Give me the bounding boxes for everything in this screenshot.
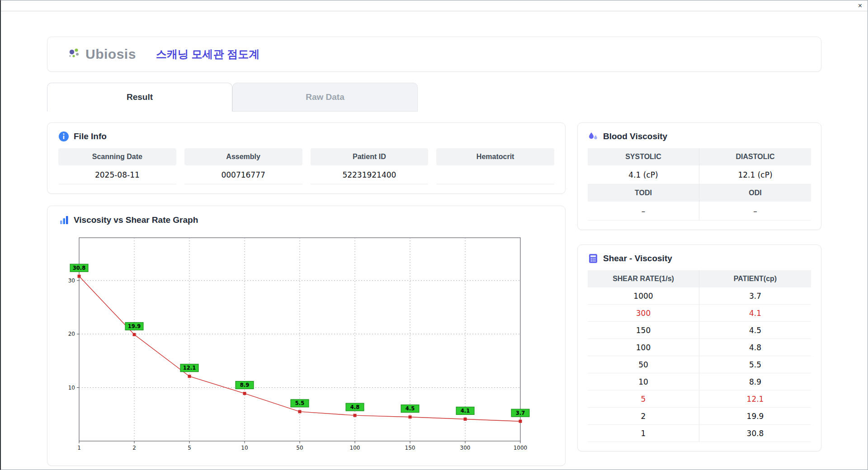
todi-value: – — [588, 202, 699, 221]
shear-viscosity-table: SHEAR RATE(1/s) PATIENT(cp) 10003.7 3004… — [588, 270, 811, 442]
svg-text:30: 30 — [68, 277, 75, 284]
calculator-icon — [588, 253, 599, 264]
field-patient-id: Patient ID 52231921400 — [311, 148, 429, 184]
svg-text:150: 150 — [405, 445, 415, 451]
shear-row: 108.9 — [588, 373, 811, 390]
shear-row: 219.9 — [588, 408, 811, 425]
titlebar: × — [1, 0, 868, 11]
shear-cell: 300 — [588, 305, 699, 321]
tab-result[interactable]: Result — [47, 83, 232, 112]
shear-cell: 150 — [588, 322, 699, 338]
svg-text:10: 10 — [241, 445, 248, 451]
svg-text:100: 100 — [350, 445, 360, 451]
svg-text:3.7: 3.7 — [516, 410, 525, 416]
svg-text:4.5: 4.5 — [406, 405, 415, 412]
field-label: Assembly — [184, 148, 302, 165]
shear-viscosity-card: Shear - Viscosity SHEAR RATE(1/s) PATIEN… — [577, 244, 821, 451]
header-card: Ubiosis 스캐닝 모세관 점도계 — [47, 37, 821, 72]
shear-row: 130.8 — [588, 425, 811, 442]
table-header-row: SHEAR RATE(1/s) PATIENT(cp) — [588, 270, 811, 287]
graph-title: Viscosity vs Shear Rate Graph — [74, 215, 198, 225]
patient-cell: 30.8 — [699, 425, 811, 442]
patient-cell: 4.1 — [699, 305, 811, 321]
svg-text:12.1: 12.1 — [183, 365, 196, 371]
patient-cell: 12.1 — [699, 390, 811, 407]
shear-row: 3004.1 — [588, 305, 811, 322]
patient-cell: 4.5 — [699, 322, 811, 338]
systolic-header: SYSTOLIC — [588, 148, 699, 165]
close-icon[interactable]: × — [858, 2, 862, 9]
svg-text:10: 10 — [68, 385, 75, 391]
shear-row: 1504.5 — [588, 322, 811, 339]
blood-viscosity-title: Blood Viscosity — [603, 132, 667, 141]
blood-viscosity-card: Blood Viscosity SYSTOLIC DIASTOLIC 4.1 (… — [577, 122, 821, 230]
ubiosis-logo: Ubiosis — [67, 47, 136, 62]
svg-text:1: 1 — [77, 445, 81, 451]
svg-text:300: 300 — [460, 445, 471, 451]
shear-row: 505.5 — [588, 356, 811, 373]
col-header-shear-rate: SHEAR RATE(1/s) — [588, 270, 699, 287]
field-hematocrit: Hematocrit — [436, 148, 554, 184]
svg-text:5.5: 5.5 — [295, 400, 304, 406]
todi-header: TODI — [588, 184, 699, 202]
shear-cell: 1000 — [588, 287, 699, 304]
diastolic-header: DIASTOLIC — [699, 148, 811, 165]
diastolic-value: 12.1 (cP) — [699, 165, 811, 184]
patient-cell: 5.5 — [699, 356, 811, 373]
page-title: 스캐닝 모세관 점도계 — [156, 47, 259, 61]
shear-row: 10003.7 — [588, 287, 811, 305]
odi-header: ODI — [699, 184, 811, 202]
field-value: 000716777 — [184, 165, 302, 184]
ubiosis-logo-icon — [67, 47, 83, 62]
shear-row: 512.1 — [588, 390, 811, 408]
patient-cell: 8.9 — [699, 373, 811, 390]
svg-text:8.9: 8.9 — [240, 382, 249, 388]
field-assembly: Assembly 000716777 — [184, 148, 302, 184]
shear-row: 1004.8 — [588, 339, 811, 356]
svg-text:4.8: 4.8 — [350, 404, 359, 410]
main-content: Ubiosis 스캐닝 모세관 점도계 Result Raw Data — [1, 11, 868, 466]
svg-text:2: 2 — [132, 445, 136, 451]
shear-cell: 5 — [588, 390, 699, 407]
app-window: × Ubiosis 스캐닝 모세관 점도계 Result Raw Data — [0, 0, 868, 470]
svg-text:50: 50 — [296, 445, 303, 451]
field-label: Hematocrit — [436, 148, 554, 165]
shear-viscosity-title: Shear - Viscosity — [603, 254, 672, 263]
shear-cell: 10 — [588, 373, 699, 390]
svg-text:30.8: 30.8 — [73, 265, 85, 271]
file-info-title: File Info — [74, 132, 107, 141]
field-label: Patient ID — [311, 148, 429, 165]
file-info-card: File Info Scanning Date 2025-08-11 Assem… — [47, 122, 566, 194]
patient-cell: 19.9 — [699, 408, 811, 424]
svg-text:4.1: 4.1 — [461, 408, 470, 414]
blood-viscosity-table: SYSTOLIC DIASTOLIC 4.1 (cP) 12.1 (cP) TO… — [588, 148, 811, 221]
svg-text:5: 5 — [188, 445, 191, 451]
logo-text: Ubiosis — [85, 47, 136, 62]
droplet-icon — [588, 131, 599, 142]
patient-cell: 3.7 — [699, 287, 811, 304]
field-value: 52231921400 — [311, 165, 429, 184]
viscosity-chart: 1020301251050100150300100030.819.912.18.… — [59, 231, 534, 457]
shear-cell: 1 — [588, 425, 699, 442]
field-value: 2025-08-11 — [58, 165, 176, 184]
graph-card: Viscosity vs Shear Rate Graph 1020301251… — [47, 206, 566, 466]
info-icon — [58, 131, 69, 142]
odi-value: – — [699, 202, 811, 221]
tab-raw-data[interactable]: Raw Data — [232, 83, 418, 112]
shear-cell: 2 — [588, 408, 699, 424]
field-label: Scanning Date — [58, 148, 176, 165]
bar-chart-icon — [59, 215, 69, 225]
systolic-value: 4.1 (cP) — [588, 165, 699, 184]
field-value — [436, 165, 554, 184]
svg-text:20: 20 — [68, 331, 75, 337]
svg-text:19.9: 19.9 — [128, 323, 141, 329]
tab-bar: Result Raw Data — [47, 83, 821, 112]
patient-cell: 4.8 — [699, 339, 811, 356]
svg-text:1000: 1000 — [514, 445, 528, 451]
col-header-patient: PATIENT(cp) — [699, 270, 811, 287]
field-scanning-date: Scanning Date 2025-08-11 — [58, 148, 176, 184]
shear-cell: 50 — [588, 356, 699, 373]
shear-cell: 100 — [588, 339, 699, 356]
